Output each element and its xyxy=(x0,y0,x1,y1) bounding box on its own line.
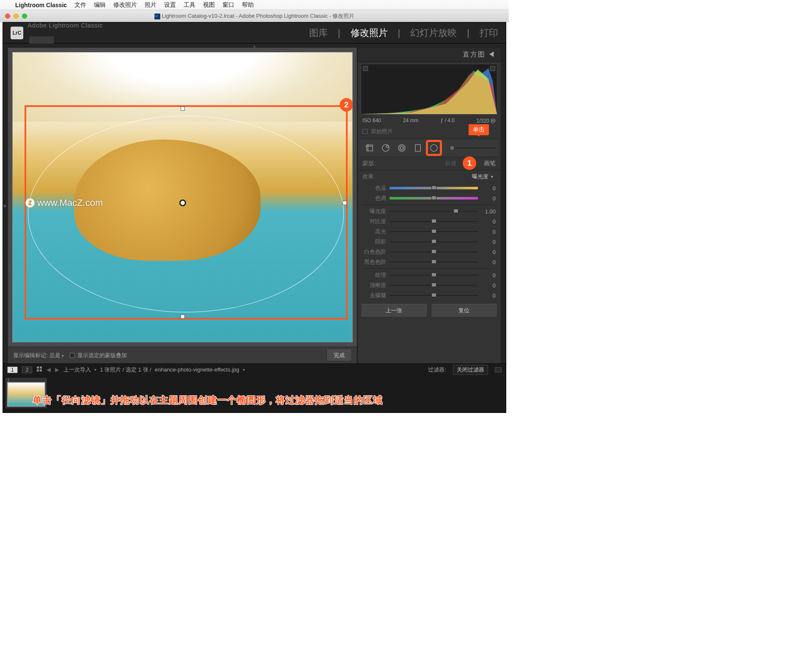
radial-filter-pin[interactable] xyxy=(179,199,186,206)
histogram-header[interactable]: 直方图 ◀ xyxy=(357,48,501,62)
grid-view-icon[interactable] xyxy=(36,366,42,373)
annotation-badge-1: 1 xyxy=(463,156,476,170)
menu-photo[interactable]: 照片 xyxy=(145,1,156,9)
mask-mode-row: 蒙版: 新建 编辑 画笔 xyxy=(357,157,501,170)
slider-value: 0 xyxy=(481,195,496,202)
slider-temp[interactable]: 色温0 xyxy=(357,183,501,193)
radial-filter-tool[interactable] xyxy=(427,141,441,155)
radial-filter-ellipse[interactable] xyxy=(28,116,344,312)
nav-prev-icon[interactable]: ◀ xyxy=(47,366,51,373)
tool-amount-slider[interactable] xyxy=(445,146,496,150)
previous-button[interactable]: 上一张 xyxy=(361,304,428,317)
slider-label: 白色色阶 xyxy=(362,248,386,256)
done-button[interactable]: 完成 xyxy=(326,350,352,361)
crop-tool[interactable] xyxy=(362,141,377,155)
svg-rect-12 xyxy=(40,369,42,372)
slider-track[interactable] xyxy=(390,197,478,200)
slider-track[interactable] xyxy=(390,250,478,254)
menu-window[interactable]: 窗口 xyxy=(222,1,234,9)
highlight-clip-indicator[interactable] xyxy=(490,66,495,71)
shadow-clip-indicator[interactable] xyxy=(363,66,368,71)
slider-value: 0 xyxy=(481,239,496,245)
histogram-svg xyxy=(361,64,497,114)
slider-whites[interactable]: 白色色阶0 xyxy=(357,247,501,257)
macos-menubar: Lightroom Classic 文件 编辑 修改照片 照片 设置 工具 视图… xyxy=(0,0,509,10)
identity-plate[interactable] xyxy=(29,36,54,44)
left-panel-toggle[interactable]: ▶ xyxy=(3,48,8,363)
filmstrip[interactable]: 1 单击「径向滤镜」并拖动以在主题周围创建一个椭圆形，将过滤器拖到适当的区域 xyxy=(3,375,506,413)
slider-track[interactable] xyxy=(390,273,478,277)
slider-label: 色调 xyxy=(362,194,386,202)
photo-canvas[interactable]: Z www.MacZ.com 2 xyxy=(8,48,357,347)
slider-track[interactable] xyxy=(390,260,478,264)
filter-lock-icon[interactable] xyxy=(495,367,502,372)
exif-aperture: ƒ / 4.0 xyxy=(440,117,454,125)
slider-exp[interactable]: 曝光度1.00 xyxy=(357,206,501,216)
module-library[interactable]: 图库 xyxy=(309,27,328,39)
effect-preset-row: 效果: 曝光度▾ xyxy=(357,170,501,183)
slider-tint[interactable]: 色调0 xyxy=(357,193,501,203)
checkbox-icon[interactable] xyxy=(362,129,368,134)
identity-plate-row: LrC Adobe Lightroom Classic 图库 | 修改照片 | … xyxy=(3,22,506,44)
slider-track[interactable] xyxy=(390,240,478,243)
watermark-icon: Z xyxy=(25,198,35,208)
module-slideshow[interactable]: 幻灯片放映 xyxy=(410,27,457,39)
slider-track[interactable] xyxy=(390,284,478,287)
ellipse-handle-right[interactable] xyxy=(343,201,347,205)
slider-highlights[interactable]: 高光0 xyxy=(357,227,501,237)
slider-blacks[interactable]: 黑色色阶0 xyxy=(357,257,501,267)
slider-label: 纹理 xyxy=(362,271,386,279)
slider-track[interactable] xyxy=(390,220,478,223)
right-scrollbar[interactable] xyxy=(501,48,506,363)
reset-button[interactable]: 复位 xyxy=(431,304,498,317)
menu-settings[interactable]: 设置 xyxy=(164,1,176,9)
slider-dehaze[interactable]: 去朦胧0 xyxy=(357,290,501,301)
ellipse-handle-bottom[interactable] xyxy=(181,314,185,319)
mask-brush[interactable]: 画笔 xyxy=(484,160,496,167)
nav-next-icon[interactable]: ▶ xyxy=(55,366,59,373)
mask-new[interactable]: 新建 xyxy=(445,160,457,167)
crumb-import[interactable]: 上一次导入 xyxy=(63,366,91,374)
slider-contrast[interactable]: 对比度0 xyxy=(357,216,501,227)
filter-select[interactable]: 关闭过滤器 xyxy=(453,365,488,375)
edit-marks-select[interactable]: 总是 ▾ xyxy=(49,352,64,359)
slider-track[interactable] xyxy=(390,186,478,190)
slider-track[interactable] xyxy=(390,230,478,233)
menubar-appname[interactable]: Lightroom Classic xyxy=(15,2,67,8)
slider-label: 去朦胧 xyxy=(362,292,386,299)
menu-file[interactable]: 文件 xyxy=(74,1,86,9)
module-develop[interactable]: 修改照片 xyxy=(351,27,388,39)
page-2[interactable]: 2 xyxy=(22,366,33,373)
graduated-filter-tool[interactable] xyxy=(411,141,425,155)
slider-value: 0 xyxy=(481,272,496,279)
slider-track[interactable] xyxy=(390,210,478,213)
show-mask-overlay-checkbox[interactable] xyxy=(70,353,75,358)
menu-view[interactable]: 视图 xyxy=(203,1,215,9)
slider-texture[interactable]: 纹理0 xyxy=(357,270,501,280)
slider-track[interactable] xyxy=(390,294,478,297)
menu-help[interactable]: 帮助 xyxy=(242,1,254,9)
exif-focal: 24 mm xyxy=(403,117,419,125)
top-panel-toggle[interactable]: ▲ xyxy=(3,44,506,48)
effect-select[interactable]: 曝光度▾ xyxy=(469,172,496,181)
page-1[interactable]: 1 xyxy=(7,366,18,373)
svg-rect-7 xyxy=(415,145,420,151)
app-window: LrC Adobe Lightroom Classic 图库 | 修改照片 | … xyxy=(3,22,506,413)
slider-value: 0 xyxy=(481,282,496,289)
ellipse-handle-top[interactable] xyxy=(181,107,185,111)
photo-preview[interactable]: Z www.MacZ.com 2 xyxy=(12,52,353,342)
slider-shadows[interactable]: 阴影0 xyxy=(357,237,501,247)
slider-clarity[interactable]: 清晰度0 xyxy=(357,280,501,290)
slider-value: 0 xyxy=(481,229,496,235)
histogram[interactable] xyxy=(361,64,497,115)
lrc-badge-icon: LrC xyxy=(11,27,23,39)
menu-edit[interactable]: 编辑 xyxy=(94,1,106,9)
redeye-tool[interactable] xyxy=(395,141,409,155)
mask-label: 蒙版: xyxy=(362,160,376,167)
spot-tool[interactable] xyxy=(379,141,393,155)
slider-value: 1.00 xyxy=(481,208,496,215)
slider-value: 0 xyxy=(481,219,496,225)
module-print[interactable]: 打印 xyxy=(480,27,498,39)
menu-tools[interactable]: 工具 xyxy=(184,1,195,9)
menu-develop[interactable]: 修改照片 xyxy=(113,1,137,9)
